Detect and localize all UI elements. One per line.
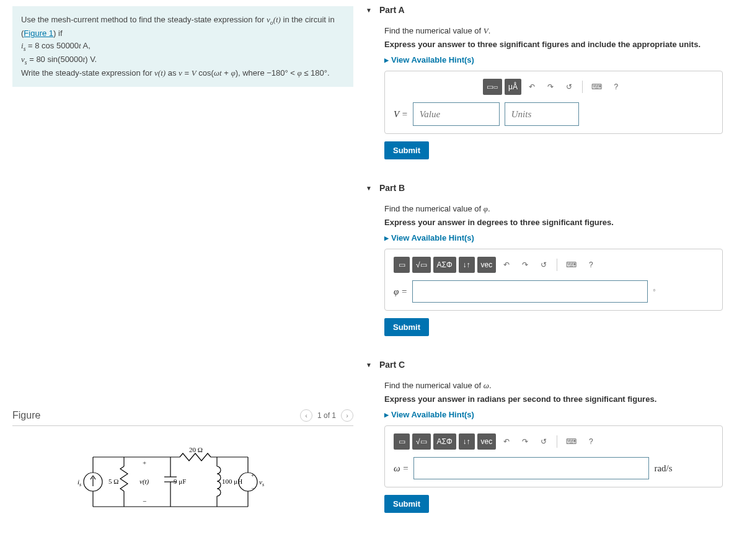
text: Write the steady-state expression for <box>21 68 154 78</box>
part-a-instruction: Find the numerical value of V. <box>384 26 723 36</box>
chevron-right-icon: ▶ <box>384 57 389 63</box>
label-minus: − <box>143 497 146 505</box>
updown-button[interactable]: ↓↑ <box>459 433 475 450</box>
part-a-value-input[interactable] <box>413 102 500 126</box>
figure-prev-button[interactable]: ‹ <box>300 409 312 422</box>
part-a-submit-button[interactable]: Submit <box>384 141 429 159</box>
part-b-instruction: Find the numerical value of φ. <box>384 204 723 214</box>
figure-image: 20 Ω 5 Ω 9 μF 100 μH is vs v(t) + − + − <box>12 426 353 519</box>
part-c-hints-link[interactable]: ▶View Available Hint(s) <box>384 410 723 419</box>
keyboard-button[interactable]: ⌨ <box>588 79 606 95</box>
label-r-left: 5 Ω <box>108 478 118 485</box>
figure-title: Figure <box>12 410 40 421</box>
text: Use the mesh-current method to find the … <box>21 15 267 24</box>
label-is: is <box>77 478 81 487</box>
label-minus-vs: − <box>251 485 254 491</box>
label-vt: v(t) <box>139 478 149 486</box>
reset-button[interactable]: ↺ <box>561 79 577 95</box>
part-a-answer-box: ▭▭ μÅ ↶ ↷ ↺ ⌨ ? V = <box>384 71 723 134</box>
part-c-instruction: Find the numerical value of ω. <box>384 381 723 391</box>
part-b-format: Express your answer in degrees to three … <box>384 218 723 227</box>
redo-button[interactable]: ↷ <box>517 433 533 450</box>
text: ) if <box>53 29 62 38</box>
units-button[interactable]: μÅ <box>505 79 521 95</box>
text: , where <box>238 68 267 78</box>
part-a-format: Express your answer to three significant… <box>384 40 723 49</box>
part-b: ▼ Part B Find the numerical value of φ. … <box>366 178 723 336</box>
figure-link[interactable]: Figure 1 <box>24 29 53 38</box>
part-c-format: Express your answer in radians per secon… <box>384 394 723 404</box>
problem-statement: Use the mesh-current method to find the … <box>12 6 353 87</box>
part-b-value-input[interactable] <box>412 280 648 303</box>
part-b-header[interactable]: ▼ Part B <box>366 178 723 198</box>
part-a-input-label: V = <box>394 109 408 120</box>
reset-button[interactable]: ↺ <box>536 257 552 273</box>
part-c: ▼ Part C Find the numerical value of ω. … <box>366 355 723 513</box>
part-c-header[interactable]: ▼ Part C <box>366 355 723 375</box>
undo-button[interactable]: ↶ <box>498 257 515 273</box>
label-r-top: 20 Ω <box>189 446 203 453</box>
figure-nav-text: 1 of 1 <box>317 411 336 420</box>
updown-button[interactable]: ↓↑ <box>459 257 475 273</box>
redo-button[interactable]: ↷ <box>542 79 559 95</box>
label-plus-vs: + <box>251 472 254 478</box>
help-button[interactable]: ? <box>583 433 599 450</box>
undo-button[interactable]: ↶ <box>524 79 540 95</box>
help-button[interactable]: ? <box>583 257 599 273</box>
template-button[interactable]: ▭▭ <box>483 79 502 95</box>
label-plus: + <box>143 459 146 466</box>
collapse-icon: ▼ <box>366 7 372 14</box>
part-c-answer-box: ▭ √▭ ΑΣΦ ↓↑ vec ↶ ↷ ↺ ⌨ ? ω = <box>384 425 723 487</box>
part-c-unit-suffix: rad/s <box>654 463 672 474</box>
part-a-title: Part A <box>379 5 405 15</box>
label-ind: 100 μH <box>222 478 242 485</box>
part-b-answer-box: ▭ √▭ ΑΣΦ ↓↑ vec ↶ ↷ ↺ ⌨ ? φ = <box>384 249 723 311</box>
greek-button[interactable]: ΑΣΦ <box>433 433 456 450</box>
collapse-icon: ▼ <box>366 362 372 368</box>
part-a-units-input[interactable] <box>505 102 579 126</box>
undo-button[interactable]: ↶ <box>498 433 515 450</box>
vec-button[interactable]: vec <box>477 433 497 450</box>
part-c-input-label: ω = <box>394 463 409 474</box>
chevron-right-icon: ▶ <box>384 412 389 418</box>
figure-next-button[interactable]: › <box>341 409 353 422</box>
sqrt-button[interactable]: √▭ <box>412 433 431 450</box>
vec-button[interactable]: vec <box>477 257 497 273</box>
part-c-value-input[interactable] <box>413 457 649 479</box>
greek-button[interactable]: ΑΣΦ <box>433 257 456 273</box>
part-a-header[interactable]: ▼ Part A <box>366 0 723 20</box>
redo-button[interactable]: ↷ <box>517 257 533 273</box>
keyboard-button[interactable]: ⌨ <box>562 257 580 273</box>
part-b-unit-suffix: ° <box>653 288 655 295</box>
text: . <box>327 68 330 78</box>
part-a: ▼ Part A Find the numerical value of V. … <box>366 0 723 159</box>
part-b-title: Part B <box>379 183 405 193</box>
part-c-submit-button[interactable]: Submit <box>384 495 429 513</box>
part-b-input-label: φ = <box>394 287 407 297</box>
text: as <box>166 68 179 78</box>
collapse-icon: ▼ <box>366 185 372 192</box>
template-button[interactable]: ▭ <box>394 257 410 273</box>
help-button[interactable]: ? <box>608 79 624 95</box>
keyboard-button[interactable]: ⌨ <box>562 433 580 450</box>
label-vs: vs <box>259 478 264 487</box>
part-b-submit-button[interactable]: Submit <box>384 318 429 336</box>
part-a-hints-link[interactable]: ▶View Available Hint(s) <box>384 55 723 64</box>
chevron-right-icon: ▶ <box>384 235 389 241</box>
reset-button[interactable]: ↺ <box>536 433 552 450</box>
part-c-title: Part C <box>379 360 405 370</box>
sqrt-button[interactable]: √▭ <box>412 257 431 273</box>
part-b-hints-link[interactable]: ▶View Available Hint(s) <box>384 233 723 242</box>
template-button[interactable]: ▭ <box>394 433 410 450</box>
figure-panel: Figure ‹ 1 of 1 › <box>12 409 353 519</box>
label-cap: 9 μF <box>174 478 186 485</box>
